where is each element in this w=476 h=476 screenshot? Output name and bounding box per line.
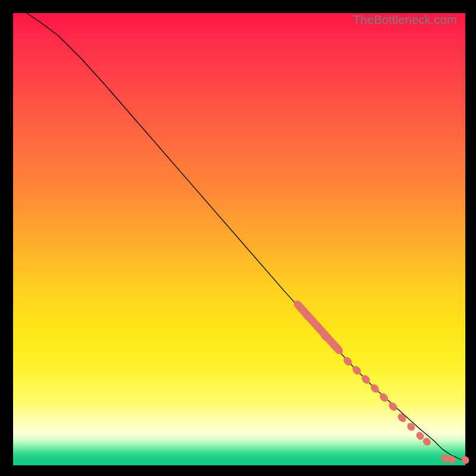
highlight-dot (396, 412, 408, 424)
highlight-dots (292, 299, 471, 465)
highlight-dot (406, 421, 416, 432)
curve-line (27, 13, 465, 460)
plot-area: TheBottleneck.com (13, 13, 465, 465)
chart-stage: TheBottleneck.com (0, 0, 476, 476)
chart-svg (13, 13, 465, 465)
highlight-dot (460, 455, 471, 465)
highlight-dot (387, 400, 399, 412)
